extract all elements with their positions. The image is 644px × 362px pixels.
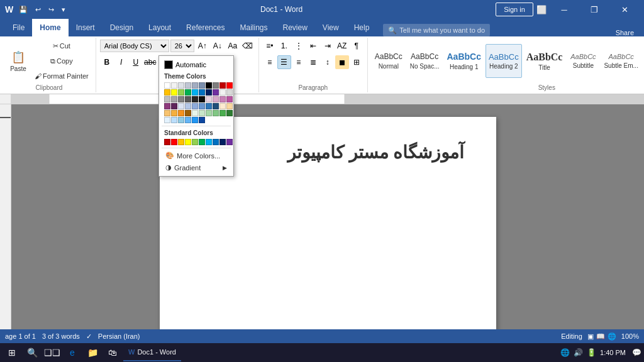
print-layout-icon[interactable]: ▣ (587, 332, 594, 341)
theme-color-cell[interactable] (199, 96, 205, 102)
theme-color-cell[interactable] (185, 117, 191, 123)
standard-color-cell[interactable] (164, 139, 170, 145)
theme-color-cell[interactable] (178, 103, 184, 109)
theme-color-cell[interactable] (164, 82, 170, 89)
theme-color-cell[interactable] (185, 82, 191, 89)
style-no-spacing[interactable]: AaBbCc No Spac... (407, 44, 443, 78)
tab-insert[interactable]: Insert (69, 19, 103, 36)
theme-color-cell[interactable] (171, 89, 177, 96)
standard-color-cell[interactable] (206, 139, 212, 145)
standard-color-cell[interactable] (171, 139, 177, 145)
clear-format-btn[interactable]: ⌫ (241, 39, 255, 53)
line-spacing-btn[interactable]: ↕ (321, 55, 335, 69)
theme-color-cell[interactable] (192, 96, 198, 102)
theme-color-cell[interactable] (199, 89, 205, 96)
theme-color-cell[interactable] (226, 89, 233, 96)
tab-design[interactable]: Design (103, 19, 141, 36)
theme-color-cell[interactable] (219, 103, 226, 109)
theme-color-cell[interactable] (185, 96, 191, 102)
tab-references[interactable]: References (179, 19, 232, 36)
ribbon-display-btn[interactable]: ⬜ (535, 3, 548, 16)
theme-color-cell[interactable] (185, 89, 191, 96)
minimize-btn[interactable]: ─ (550, 0, 579, 19)
theme-color-cell[interactable] (219, 96, 226, 102)
font-size-select[interactable]: 26 (170, 40, 194, 52)
theme-color-cell[interactable] (192, 82, 198, 89)
style-subtitle[interactable]: AaBbCc Subtitle (567, 44, 599, 78)
theme-color-cell[interactable] (199, 103, 205, 109)
standard-color-cell[interactable] (213, 139, 219, 145)
theme-color-cell[interactable] (171, 110, 177, 116)
theme-color-cell[interactable] (171, 96, 177, 102)
more-colors-btn[interactable]: 🎨 More Colors... (162, 150, 231, 162)
copy-btn[interactable]: ⧉ Copy (31, 54, 92, 68)
save-quick-btn[interactable]: 💾 (17, 6, 30, 14)
style-heading2[interactable]: AaBbCc Heading 2 (486, 44, 522, 78)
align-left-btn[interactable]: ≡ (263, 55, 277, 69)
close-btn[interactable]: ✕ (610, 0, 639, 19)
tab-file[interactable]: File (5, 19, 32, 36)
theme-color-cell[interactable] (206, 110, 212, 116)
style-normal[interactable]: AaBbCc Normal (372, 44, 406, 78)
underline-btn[interactable]: U (129, 55, 143, 69)
theme-color-cell[interactable] (206, 89, 212, 96)
increase-font-btn[interactable]: A↑ (196, 39, 209, 53)
paste-btn[interactable]: 📋 Paste (6, 44, 30, 78)
theme-color-cell[interactable] (185, 103, 191, 109)
sort-btn[interactable]: AZ (335, 39, 349, 53)
share-btn[interactable]: Share (611, 29, 639, 36)
tab-home[interactable]: Home (32, 19, 68, 36)
store-btn[interactable]: 🛍 (103, 343, 122, 361)
theme-color-cell[interactable] (171, 82, 177, 89)
theme-color-cell[interactable] (178, 110, 184, 116)
notification-icon[interactable]: 💬 (632, 348, 641, 357)
theme-color-cell[interactable] (213, 89, 219, 96)
theme-color-cell[interactable] (206, 103, 212, 109)
increase-indent-btn[interactable]: ⇥ (321, 39, 335, 53)
standard-color-cell[interactable] (178, 139, 184, 145)
theme-color-cell[interactable] (213, 82, 219, 89)
standard-color-cell[interactable] (192, 139, 198, 145)
style-heading1[interactable]: AaBbCc Heading 1 (443, 44, 484, 78)
undo-quick-btn[interactable]: ↩ (33, 6, 43, 14)
tab-mailings[interactable]: Mailings (232, 19, 275, 36)
theme-color-cell[interactable] (226, 82, 233, 89)
theme-color-cell[interactable] (164, 117, 170, 123)
show-formatting-btn[interactable]: ¶ (350, 39, 364, 53)
bullets-btn[interactable]: ≡• (263, 39, 277, 53)
standard-color-cell[interactable] (185, 139, 191, 145)
theme-color-cell[interactable] (213, 103, 219, 109)
theme-color-cell[interactable] (206, 96, 212, 102)
theme-color-cell[interactable] (178, 82, 184, 89)
word-taskbar-app[interactable]: W Doc1 - Word (123, 344, 181, 361)
folder-btn[interactable]: 📁 (83, 343, 102, 361)
restore-btn[interactable]: ❐ (580, 0, 609, 19)
cut-btn[interactable]: ✂ Cut (31, 39, 92, 53)
theme-color-cell[interactable] (192, 110, 198, 116)
theme-color-cell[interactable] (206, 82, 212, 89)
theme-color-cell[interactable] (178, 117, 184, 123)
theme-color-cell[interactable] (164, 89, 170, 96)
tab-help[interactable]: Help (347, 19, 377, 36)
web-layout-icon[interactable]: 🌐 (608, 332, 616, 341)
multilevel-list-btn[interactable]: ⋮ (292, 39, 306, 53)
theme-color-cell[interactable] (178, 96, 184, 102)
theme-color-cell[interactable] (164, 96, 170, 102)
theme-color-cell[interactable] (226, 103, 233, 109)
numbering-btn[interactable]: 1. (277, 39, 291, 53)
tab-layout[interactable]: Layout (141, 19, 179, 36)
decrease-font-btn[interactable]: A↓ (211, 39, 225, 53)
search-taskbar-btn[interactable]: 🔍 (23, 343, 42, 361)
theme-color-cell[interactable] (199, 117, 205, 123)
theme-color-cell[interactable] (192, 103, 198, 109)
theme-color-cell[interactable] (185, 110, 191, 116)
theme-color-cell[interactable] (178, 89, 184, 96)
font-name-select[interactable]: Arial (Body CS) (100, 40, 169, 52)
theme-color-cell[interactable] (213, 110, 219, 116)
theme-color-cell[interactable] (164, 103, 170, 109)
search-box[interactable]: 🔍 Tell me what you want to do (383, 24, 490, 36)
align-center-btn[interactable]: ☰ (277, 55, 291, 69)
customize-quick-btn[interactable]: ▾ (60, 6, 67, 14)
signin-button[interactable]: Sign in (496, 3, 533, 16)
theme-color-cell[interactable] (199, 110, 205, 116)
